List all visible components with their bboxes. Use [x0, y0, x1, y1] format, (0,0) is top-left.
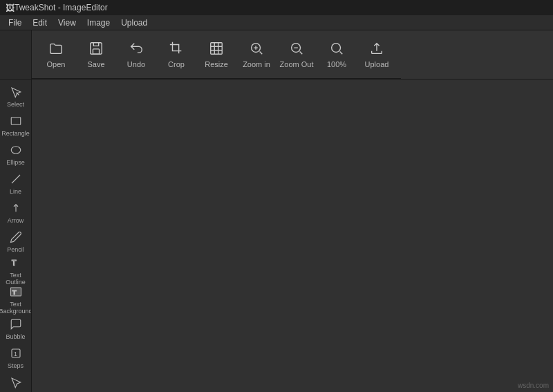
toolbar-btn-label-resize: Resize: [205, 60, 228, 68]
toolbar-btn-label-zoom-in: Zoom in: [243, 60, 270, 68]
app-icon: 🖼: [6, 3, 15, 13]
toolbar-btn-resize[interactable]: Resize: [198, 34, 235, 75]
sidebar-tool-label-arrow: Arrow: [8, 218, 24, 225]
toolbar-btn-label-save: Save: [87, 60, 104, 68]
sidebar-tool-label-bubble: Bubble: [6, 334, 25, 341]
menu-item-edit[interactable]: Edit: [27, 17, 53, 29]
rectangle-icon: [10, 115, 22, 129]
text-outline-icon: T: [10, 256, 22, 271]
sidebar-tool-label-steps: Steps: [8, 363, 24, 370]
watermark: wsdn.com: [518, 382, 549, 389]
menu-item-view[interactable]: View: [53, 17, 82, 29]
zoom-in-icon: [249, 41, 264, 58]
sidebar-tool-pencil[interactable]: Pencil: [1, 227, 30, 256]
toolbar-btn-open[interactable]: Open: [37, 34, 75, 75]
undo-icon: [129, 41, 144, 58]
svg-rect-6: [11, 117, 21, 124]
toolbar-btn-label-undo: Undo: [127, 60, 145, 68]
toolbar-btn-label-zoom-100: 100%: [327, 60, 346, 68]
sidebar-tool-label-rectangle: Rectangle: [1, 131, 30, 138]
toolbar-btn-label-upload: Upload: [365, 60, 389, 68]
toolbar-btn-save[interactable]: Save: [77, 34, 115, 75]
sidebar-tool-arrow[interactable]: Arrow: [1, 198, 30, 227]
sidebar-tool-rectangle[interactable]: Rectangle: [1, 111, 30, 140]
save-icon: [88, 41, 104, 58]
sidebar-tool-select[interactable]: Select: [1, 82, 30, 111]
menu-item-file[interactable]: File: [3, 17, 27, 29]
toolbar: OpenSaveUndoCropResizeZoom inZoom Out100…: [32, 30, 401, 79]
svg-text:1: 1: [14, 350, 17, 357]
open-icon: [48, 41, 64, 58]
svg-rect-2: [211, 42, 223, 54]
svg-text:T: T: [12, 258, 17, 266]
toolbar-btn-crop[interactable]: Crop: [158, 34, 195, 75]
toolbar-btn-zoom-in[interactable]: Zoom in: [238, 34, 275, 75]
sidebar-tool-line[interactable]: Line: [1, 169, 30, 198]
toolbar-btn-zoom-100[interactable]: 100%: [318, 34, 355, 75]
sidebar: SelectRectangleEllipseLineArrowPencilTTe…: [0, 80, 32, 392]
main-area: SelectRectangleEllipseLineArrowPencilTTe…: [0, 80, 553, 392]
zoom-100-icon: [329, 41, 344, 58]
bubble-icon: [10, 318, 22, 333]
pencil-icon: [10, 231, 22, 245]
sidebar-tool-bubble[interactable]: Bubble: [1, 315, 30, 344]
arrow-icon: [10, 202, 22, 216]
toolbar-btn-label-crop: Crop: [168, 60, 185, 68]
zoom-out-icon: [289, 41, 304, 58]
sidebar-tool-label-text-outline: Text Outline: [3, 272, 29, 286]
line-icon: [10, 173, 22, 187]
menubar: FileEditViewImageUpload: [0, 15, 553, 30]
sidebar-tool-label-pencil: Pencil: [7, 247, 24, 254]
svg-point-5: [332, 43, 341, 52]
svg-line-8: [12, 175, 20, 183]
resize-icon: [209, 41, 224, 58]
svg-rect-1: [93, 48, 99, 53]
sidebar-tool-text-background[interactable]: TText Background: [1, 286, 30, 315]
ellipse-icon: [10, 144, 22, 158]
toolbar-btn-label-open: Open: [47, 60, 66, 68]
toolbar-btn-label-zoom-out: Zoom Out: [280, 60, 314, 68]
titlebar: 🖼 TweakShot - ImageEditor: [0, 0, 553, 15]
svg-point-7: [11, 146, 21, 153]
titlebar-title: TweakShot - ImageEditor: [15, 3, 108, 12]
sidebar-tool-text-outline[interactable]: TText Outline: [1, 256, 30, 286]
crop-icon: [169, 41, 184, 58]
sidebar-tool-steps[interactable]: 1Steps: [1, 344, 30, 373]
upload-icon: [369, 41, 384, 58]
sidebar-tool-label-select: Select: [7, 102, 24, 109]
svg-rect-0: [91, 42, 102, 54]
sidebar-tool-ellipse[interactable]: Ellipse: [1, 140, 30, 169]
select-icon: [10, 86, 22, 100]
sidebar-tool-label-line: Line: [10, 189, 21, 196]
svg-text:T: T: [12, 288, 16, 295]
toolbar-btn-upload[interactable]: Upload: [358, 34, 395, 75]
sidebar-tool-cursor[interactable]: Cursor: [1, 373, 30, 392]
steps-icon: 1: [10, 347, 22, 362]
text-background-icon: T: [10, 286, 22, 300]
menu-item-image[interactable]: Image: [82, 17, 115, 29]
sidebar-tool-label-ellipse: Ellipse: [6, 160, 25, 167]
cursor-icon: [10, 376, 22, 391]
toolbar-btn-undo[interactable]: Undo: [118, 34, 155, 75]
menu-item-upload[interactable]: Upload: [115, 17, 153, 29]
canvas-area: [32, 80, 553, 392]
toolbar-btn-zoom-out[interactable]: Zoom Out: [278, 34, 315, 75]
sidebar-tool-label-text-background: Text Background: [0, 301, 32, 315]
